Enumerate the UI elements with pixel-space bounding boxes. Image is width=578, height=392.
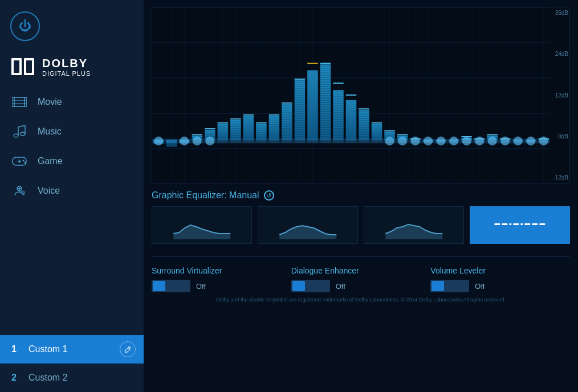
svg-rect-29 — [513, 223, 519, 225]
movie-icon — [11, 95, 27, 109]
sidebar-item-music[interactable]: Music — [0, 117, 144, 146]
db-neg12: -12dB — [553, 174, 568, 181]
svg-point-17 — [23, 160, 25, 162]
preset-3-curve — [369, 211, 459, 239]
db-24: 24dB — [555, 51, 568, 57]
surround-label: Surround Virtualizer — [152, 266, 291, 275]
dialogue-value: Off — [336, 282, 345, 291]
custom-item-2[interactable]: 2 Custom 2 — [0, 364, 144, 392]
surround-value: Off — [196, 282, 206, 291]
nav-items: Movie Music — [0, 87, 144, 335]
volume-value: Off — [475, 282, 485, 291]
svg-point-18 — [25, 162, 26, 164]
svg-rect-27 — [502, 223, 507, 225]
dialogue-label: Dialogue Enhancer — [291, 266, 431, 275]
custom-1-label: Custom 1 — [29, 344, 67, 354]
surround-toggle-track[interactable] — [152, 280, 190, 292]
dialogue-enhancer-control: Dialogue Enhancer Off — [291, 266, 431, 292]
custom-1-edit-icon[interactable] — [120, 341, 136, 357]
controls-row: Surround Virtualizer Off Dialogue Enhanc… — [152, 262, 570, 292]
sidebar-item-voice-label: Voice — [38, 186, 60, 196]
db-12: 12dB — [555, 92, 568, 99]
volume-toggle-thumb — [432, 281, 444, 291]
eq-title: Graphic Equalizer: Manual — [152, 190, 259, 201]
volume-label: Volume Leveler — [430, 266, 570, 275]
eq-canvas — [152, 7, 550, 183]
svg-rect-31 — [524, 223, 530, 225]
db-labels: 36dB 24dB 12dB 0dB -12dB — [549, 7, 569, 183]
svg-point-9 — [14, 134, 18, 137]
power-button[interactable]: ⏻ — [10, 11, 40, 41]
custom-2-label: Custom 2 — [29, 373, 67, 383]
custom-2-num: 2 — [11, 373, 22, 383]
preset-buttons — [152, 206, 570, 244]
svg-line-13 — [18, 125, 25, 127]
eq-reset-button[interactable]: ↺ — [264, 190, 274, 201]
dialogue-toggle-track[interactable] — [291, 280, 330, 292]
svg-rect-30 — [520, 223, 523, 225]
preset-button-1[interactable] — [152, 206, 252, 244]
custom-item-1[interactable]: 1 Custom 1 — [0, 335, 144, 364]
music-icon — [11, 125, 27, 138]
custom-items: 1 Custom 1 2 Custom 2 — [0, 335, 144, 392]
preset-button-4[interactable] — [470, 206, 570, 244]
svg-marker-25 — [385, 224, 442, 239]
surround-virtualizer-control: Surround Virtualizer Off — [152, 266, 291, 292]
preset-1-curve — [157, 211, 247, 239]
preset-button-2[interactable] — [258, 206, 358, 244]
svg-rect-1 — [14, 60, 19, 73]
custom-1-num: 1 — [11, 344, 22, 354]
svg-point-21 — [21, 191, 25, 194]
db-36: 36dB — [555, 10, 568, 16]
volume-toggle[interactable]: Off — [430, 280, 570, 292]
svg-rect-3 — [26, 60, 32, 73]
game-icon — [11, 154, 27, 168]
sidebar-item-voice[interactable]: Voice — [0, 176, 144, 206]
svg-point-10 — [21, 132, 25, 136]
sidebar-item-movie-label: Movie — [38, 97, 62, 107]
logo-area: DOLBY DIGITAL PLUS — [0, 47, 144, 87]
voice-icon — [11, 184, 27, 198]
sidebar-item-game-label: Game — [38, 156, 63, 166]
svg-marker-24 — [279, 226, 336, 239]
preset-4-pattern — [475, 211, 565, 239]
footer-text: Dolby and the double-D symbol are regist… — [152, 292, 570, 303]
dialogue-toggle-thumb — [292, 281, 305, 291]
eq-visualizer: 36dB 24dB 12dB 0dB -12dB — [152, 7, 570, 183]
main-content: 36dB 24dB 12dB 0dB -12dB Graphic Equaliz… — [144, 0, 578, 392]
logo-text: DOLBY DIGITAL PLUS — [42, 57, 91, 77]
power-icon: ⏻ — [19, 19, 31, 34]
svg-rect-28 — [509, 223, 511, 225]
dialogue-toggle[interactable]: Off — [291, 280, 431, 292]
digital-plus-name: DIGITAL PLUS — [42, 70, 91, 77]
preset-button-3[interactable] — [364, 206, 464, 244]
svg-rect-26 — [494, 223, 500, 225]
dolby-logo-icon — [11, 58, 35, 76]
dolby-name: DOLBY — [42, 57, 91, 70]
svg-rect-33 — [539, 223, 545, 225]
svg-rect-32 — [532, 223, 538, 225]
divider — [152, 256, 570, 257]
svg-marker-23 — [173, 225, 230, 239]
sidebar-item-game[interactable]: Game — [0, 146, 144, 176]
surround-toggle-thumb — [153, 281, 165, 291]
svg-point-20 — [18, 187, 21, 190]
sidebar-item-movie[interactable]: Movie — [0, 87, 144, 117]
sidebar: ⏻ DOLBY DIGITAL PLUS — [0, 0, 144, 392]
volume-leveler-control: Volume Leveler Off — [430, 266, 570, 292]
surround-toggle[interactable]: Off — [152, 280, 291, 292]
preset-2-curve — [263, 211, 353, 239]
db-0: 0dB — [558, 133, 568, 140]
sidebar-item-music-label: Music — [38, 126, 62, 137]
eq-label-row: Graphic Equalizer: Manual ↺ — [152, 190, 570, 201]
volume-toggle-track[interactable] — [430, 280, 469, 292]
